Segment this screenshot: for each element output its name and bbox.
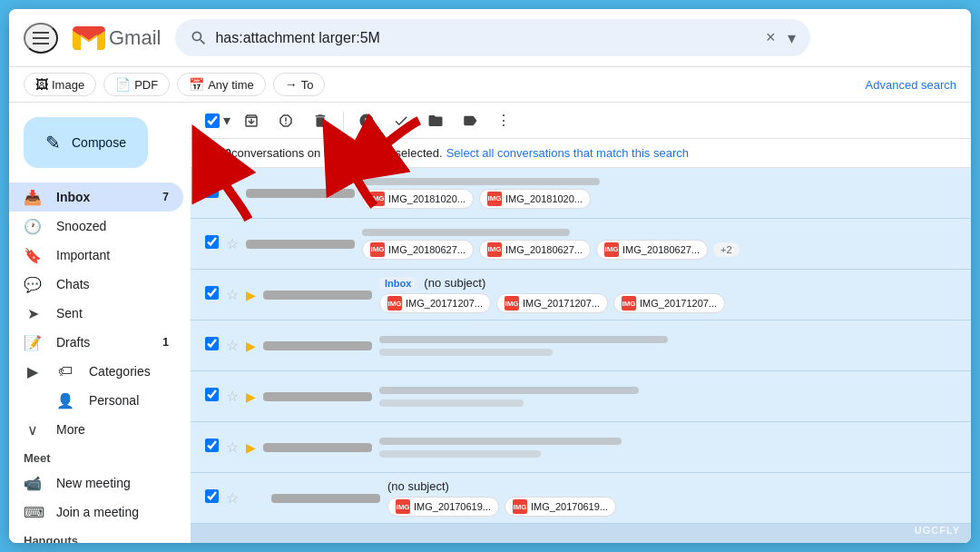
table-row[interactable]: ☆ (no subject) IMG IMG_20170619...	[191, 473, 971, 524]
hangouts-title: Hangouts	[24, 534, 176, 543]
email-checkbox[interactable]	[205, 337, 219, 350]
attachment-chip[interactable]: IMG IMG_20181020...	[362, 189, 474, 209]
select-all-conversations-link[interactable]: Select all conversations that match this…	[446, 146, 689, 160]
sidebar-item-snoozed[interactable]: 🕐 Snoozed	[9, 212, 183, 241]
table-row[interactable]: ☆ ▶	[191, 422, 971, 473]
move-to-button[interactable]	[420, 107, 451, 134]
attachment-type-icon: IMG	[370, 242, 385, 257]
sent-icon: ➤	[24, 305, 42, 322]
email-snippet	[379, 399, 524, 407]
attachment-chip[interactable]: IMG IMG_20171207...	[613, 293, 725, 313]
report-spam-button[interactable]	[270, 107, 301, 134]
attachment-chip[interactable]: IMG IMG_20170619...	[505, 497, 616, 517]
search-input[interactable]	[215, 30, 752, 46]
email-subject	[379, 387, 639, 394]
chip-pdf[interactable]: 📄 PDF	[103, 73, 170, 96]
gmail-logo: Gmail	[73, 25, 161, 51]
email-content: Inbox (no subject) IMG IMG_20171207... I…	[379, 276, 956, 313]
sidebar-item-important[interactable]: 🔖 Important	[9, 241, 183, 270]
advanced-search-link[interactable]: Advanced search	[866, 78, 956, 92]
inbox-tag: Inbox	[379, 277, 416, 290]
table-row[interactable]: ☆ ▶ Inbox (no subject) IMG IMG_20171207.…	[191, 270, 971, 320]
chip-image[interactable]: 🖼 Image	[24, 73, 96, 96]
attachment-chips: IMG IMG_20170619... IMG IMG_20170619...	[387, 497, 956, 517]
archive-button[interactable]	[236, 107, 267, 134]
search-bar: × ▾	[175, 19, 810, 56]
drafts-badge: 1	[162, 336, 169, 349]
star-button[interactable]: ☆	[226, 388, 239, 405]
attachment-chip[interactable]: IMG IMG_20180627...	[362, 240, 474, 260]
important-button[interactable]: ▶	[246, 339, 256, 353]
attachment-chip[interactable]: IMG IMG_20170619...	[387, 497, 499, 517]
attachment-chip[interactable]: IMG IMG_20181020...	[479, 189, 591, 209]
snooze-button[interactable]	[386, 107, 416, 134]
sidebar-item-join-meeting[interactable]: ⌨ Join a meeting	[9, 498, 183, 527]
important-button[interactable]: ▶	[246, 440, 256, 455]
star-button[interactable]: ☆	[226, 184, 239, 202]
chip-any-label: Any time	[208, 78, 254, 92]
star-button[interactable]: ☆	[226, 489, 239, 507]
search-clear-button[interactable]: ×	[760, 26, 781, 49]
select-all-checkbox[interactable]	[205, 113, 220, 128]
email-subject	[379, 438, 622, 445]
email-content: IMG IMG_20181020... IMG IMG_20181020...	[362, 178, 956, 209]
labels-button[interactable]	[455, 107, 485, 134]
table-row[interactable]: ☆ ▶	[191, 371, 971, 422]
attachment-chip[interactable]: IMG IMG_20180627...	[479, 240, 591, 260]
row-checkbox-6	[205, 439, 219, 456]
sidebar-label-sent: Sent	[56, 306, 83, 320]
hamburger-button[interactable]	[24, 23, 58, 54]
table-row[interactable]: ☆ ▶	[191, 320, 971, 371]
attachment-name: IMG_20180627...	[505, 244, 583, 255]
email-checkbox[interactable]	[205, 439, 219, 452]
sidebar-item-new-meeting[interactable]: 📹 New meeting	[9, 468, 183, 498]
chip-anytime[interactable]: 📅 Any time	[177, 73, 266, 96]
select-dropdown-button[interactable]: ▾	[221, 108, 232, 133]
email-content	[379, 336, 956, 356]
table-row[interactable]: ☆ IMG IMG_20180627... IMG IMG_20180627..…	[191, 219, 971, 270]
important-button[interactable]: ▶	[246, 288, 256, 302]
sidebar-item-categories[interactable]: ▶ 🏷 Categories	[9, 357, 183, 386]
attachment-chip[interactable]: IMG IMG_20171207...	[496, 293, 608, 313]
important-button[interactable]: ▶	[246, 389, 256, 404]
email-checkbox[interactable]	[205, 235, 219, 249]
star-button[interactable]: ☆	[226, 235, 239, 252]
more-options-button[interactable]: ⋮	[489, 106, 518, 134]
email-checkbox[interactable]	[205, 286, 219, 300]
sidebar-item-personal[interactable]: 👤 Personal	[9, 386, 183, 415]
attachment-type-icon: IMG	[604, 242, 619, 257]
sidebar-item-inbox[interactable]: 📥 Inbox 7	[9, 182, 183, 212]
row-checkbox-7	[205, 489, 219, 507]
inbox-badge: 7	[162, 191, 169, 203]
table-row[interactable]: ☆ IMG IMG_20181020... IMG IMG_20181020..…	[191, 168, 971, 219]
attachment-chip[interactable]: IMG IMG_20180627...	[596, 240, 708, 260]
sidebar-label-chats: Chats	[56, 277, 90, 291]
hangouts-section: Hangouts +	[9, 527, 191, 543]
chip-to[interactable]: → To	[273, 73, 326, 96]
attachment-type-icon: IMG	[487, 192, 502, 206]
sidebar-item-chats[interactable]: 💬 Chats	[9, 270, 183, 299]
search-chips-bar: 🖼 Image 📄 PDF 📅 Any time → To Advanced s…	[9, 67, 971, 103]
attachment-chips: IMG IMG_20181020... IMG IMG_20181020...	[362, 189, 956, 209]
compose-button[interactable]: ✎ Compose	[24, 117, 148, 168]
email-checkbox[interactable]	[205, 489, 219, 503]
star-button[interactable]: ☆	[226, 286, 239, 303]
email-checkbox[interactable]	[205, 388, 219, 401]
email-snippet	[379, 450, 541, 458]
sidebar-item-drafts[interactable]: 📝 Drafts 1	[9, 328, 183, 357]
star-button[interactable]: ☆	[226, 337, 239, 354]
sidebar-item-sent[interactable]: ➤ Sent	[9, 299, 183, 328]
star-button[interactable]: ☆	[226, 439, 239, 456]
email-content	[379, 438, 956, 458]
email-content	[379, 387, 956, 407]
search-dropdown-button[interactable]: ▾	[788, 28, 796, 48]
email-checkbox[interactable]	[205, 184, 219, 198]
delete-button[interactable]	[305, 107, 336, 134]
mark-read-button[interactable]	[351, 107, 382, 134]
pdf-icon: 📄	[115, 77, 131, 92]
attachment-chips: IMG IMG_20171207... IMG IMG_20171207... …	[379, 293, 956, 313]
extra-attachments-badge: +2	[713, 242, 740, 257]
attachment-name: IMG_20171207...	[523, 298, 600, 309]
sidebar-item-more[interactable]: ∨ More	[9, 415, 183, 444]
attachment-chip[interactable]: IMG IMG_20171207...	[379, 293, 491, 313]
